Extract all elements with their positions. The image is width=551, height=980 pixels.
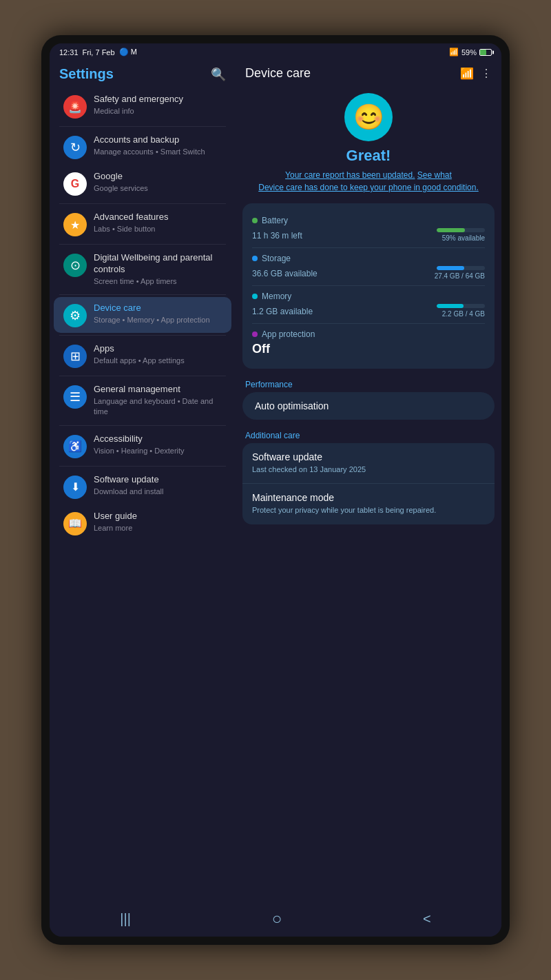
battery-time: 11 h 36 m left xyxy=(252,231,302,241)
softwareupdate-title: Software update xyxy=(94,474,222,486)
memory-dot xyxy=(252,294,258,299)
status-icons: 🔵 M xyxy=(119,48,137,57)
divider-4 xyxy=(59,294,226,295)
smiley-icon: 😊 xyxy=(344,93,393,141)
sidebar-item-advanced[interactable]: ★ Advanced features Labs • Side button xyxy=(54,206,231,242)
hero-subtitle: Your care report has been updated. See w… xyxy=(258,169,479,194)
divider-8 xyxy=(59,466,226,467)
advanced-text: Advanced features Labs • Side button xyxy=(94,212,222,234)
accessibility-icon: ♿ xyxy=(63,435,87,458)
userguide-title: User guide xyxy=(94,511,222,522)
battery-percent: 59% xyxy=(461,48,477,57)
google-text: Google Google services xyxy=(94,171,222,194)
sidebar-item-userguide[interactable]: 📖 User guide Learn more xyxy=(54,505,231,541)
sidebar-item-google[interactable]: G Google Google services xyxy=(54,165,231,201)
battery-value: 11 h 36 m left xyxy=(252,229,302,241)
accounts-icon: ↻ xyxy=(63,136,87,159)
back-button[interactable]: < xyxy=(409,908,445,930)
status-left: 12:31 Fri, 7 Feb 🔵 M xyxy=(59,48,137,57)
sidebar-item-digitalwellbeing[interactable]: ⊙ Digital Wellbeing and parental control… xyxy=(54,247,231,292)
storage-bar-fill xyxy=(437,266,464,270)
sidebar-item-accounts[interactable]: ↻ Accounts and backup Manage accounts • … xyxy=(54,129,231,165)
apps-icon: ⊞ xyxy=(63,345,87,368)
apps-title: Apps xyxy=(94,343,222,355)
devicecare-title: Device care xyxy=(94,303,222,314)
softwareupdate-care-title: Software update xyxy=(252,451,485,462)
battery-bar-bg xyxy=(437,228,485,232)
hero-section: 😊 Great! Your care report has been updat… xyxy=(236,86,501,203)
appprotection-stat[interactable]: App protection Off xyxy=(252,323,485,362)
divider-6 xyxy=(59,376,226,376)
sidebar-title: Settings xyxy=(59,66,114,82)
memory-bar-bg xyxy=(437,304,485,308)
accounts-title: Accounts and backup xyxy=(94,134,222,146)
sidebar-item-apps[interactable]: ⊞ Apps Default apps • App settings xyxy=(54,338,231,374)
sidebar-header: Settings 🔍 xyxy=(50,59,236,88)
memory-right: 2.2 GB / 4 GB xyxy=(437,304,485,318)
recent-apps-button[interactable]: ||| xyxy=(106,908,145,930)
memory-label: Memory xyxy=(262,292,291,301)
storage-amount: 36.6 GB available xyxy=(252,269,318,278)
softwareupdate-text: Software update Download and install xyxy=(94,474,222,497)
tablet-device: 12:31 Fri, 7 Feb 🔵 M 📶 59% Settings 🔍 xyxy=(41,35,510,945)
memory-stat[interactable]: Memory 1.2 GB available 2.2 GB / 4 GB xyxy=(252,285,485,323)
panel-header: Device care 📶 ⋮ xyxy=(236,59,501,86)
storage-header: Storage xyxy=(252,254,485,263)
advanced-subtitle: Labs • Side button xyxy=(94,224,222,234)
safety-icon: 🚨 xyxy=(63,95,87,119)
status-bar: 12:31 Fri, 7 Feb 🔵 M 📶 59% xyxy=(50,43,501,59)
hero-description: Device care has done to keep your phone … xyxy=(258,183,479,192)
divider-1 xyxy=(59,126,226,127)
battery-fill xyxy=(480,50,486,55)
divider-7 xyxy=(59,425,226,426)
sidebar-item-accessibility[interactable]: ♿ Accessibility Vision • Hearing • Dexte… xyxy=(54,428,231,464)
sidebar-item-devicecare[interactable]: ⚙ Device care Storage • Memory • App pro… xyxy=(54,297,231,333)
main-content: Settings 🔍 🚨 Safety and emergency Medica… xyxy=(50,59,501,899)
softwareupdate-icon: ⬇ xyxy=(63,476,87,499)
accessibility-subtitle: Vision • Hearing • Dexterity xyxy=(94,446,222,456)
hero-link[interactable]: See what xyxy=(417,170,452,180)
storage-secondary: 27.4 GB / 64 GB xyxy=(435,272,485,280)
appprotection-label: App protection xyxy=(262,329,315,339)
wifi-icon: 📶 xyxy=(449,48,459,57)
storage-value: 36.6 GB available xyxy=(252,267,318,279)
maintenancemode-care-item[interactable]: Maintenance mode Protect your privacy wh… xyxy=(242,483,495,524)
general-title: General management xyxy=(94,384,222,396)
battery-icon xyxy=(479,49,492,56)
performance-label: Performance xyxy=(236,376,501,392)
panel-title: Device care xyxy=(245,66,311,81)
sidebar-item-softwareupdate[interactable]: ⬇ Software update Download and install xyxy=(54,469,231,504)
right-panel: Device care 📶 ⋮ 😊 Great! Your care repor… xyxy=(236,59,501,899)
search-icon[interactable]: 🔍 xyxy=(211,67,226,82)
signal-icon: 📶 xyxy=(460,67,474,80)
battery-dot xyxy=(252,218,258,223)
softwareupdate-care-item[interactable]: Software update Last checked on 13 Janua… xyxy=(242,443,495,483)
safety-text: Safety and emergency Medical info xyxy=(94,94,222,116)
general-icon: ☰ xyxy=(63,385,87,409)
storage-bar-bg xyxy=(437,266,485,270)
userguide-icon: 📖 xyxy=(63,512,87,535)
divider-2 xyxy=(59,203,226,204)
advanced-icon: ★ xyxy=(63,213,87,236)
sidebar-item-generalmanagement[interactable]: ☰ General management Language and keyboa… xyxy=(54,378,231,423)
bottom-nav: ||| ○ < xyxy=(50,899,501,937)
advanced-title: Advanced features xyxy=(94,212,222,223)
wellbeing-subtitle: Screen time • App timers xyxy=(94,276,222,287)
storage-label: Storage xyxy=(262,254,291,263)
storage-body: 36.6 GB available 27.4 GB / 64 GB xyxy=(252,266,485,280)
memory-header: Memory xyxy=(252,292,485,301)
memory-value: 1.2 GB available xyxy=(252,305,313,317)
tablet-screen: 12:31 Fri, 7 Feb 🔵 M 📶 59% Settings 🔍 xyxy=(50,43,501,937)
sidebar-item-safety[interactable]: 🚨 Safety and emergency Medical info xyxy=(54,88,231,124)
storage-stat[interactable]: Storage 36.6 GB available 27.4 GB / 64 G… xyxy=(252,247,485,285)
more-icon[interactable]: ⋮ xyxy=(481,67,492,80)
status-date: Fri, 7 Feb xyxy=(83,48,115,57)
auto-optimisation-button[interactable]: Auto optimisation xyxy=(242,392,495,420)
battery-header: Battery xyxy=(252,216,485,225)
maintenancemode-care-title: Maintenance mode xyxy=(252,492,485,503)
home-button[interactable]: ○ xyxy=(258,906,296,931)
google-icon: G xyxy=(63,172,87,196)
general-text: General management Language and keyboard… xyxy=(94,384,222,418)
apps-subtitle: Default apps • App settings xyxy=(94,356,222,366)
battery-stat[interactable]: Battery 11 h 36 m left 59% available xyxy=(252,210,485,247)
